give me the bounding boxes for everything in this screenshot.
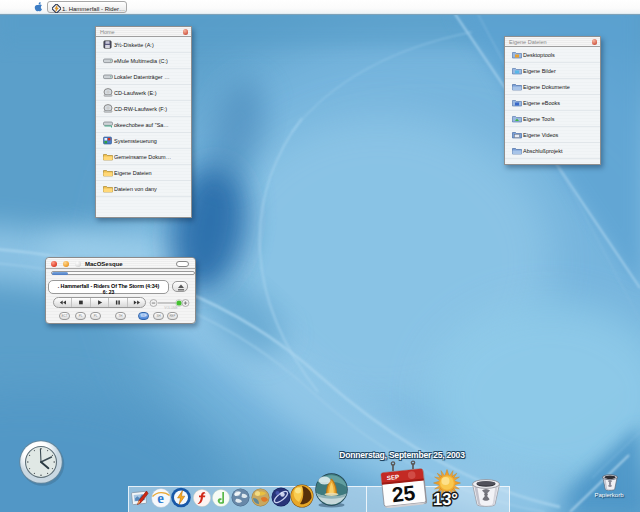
svg-text:VOLUME: VOLUME xyxy=(164,306,177,310)
svg-text:13°: 13° xyxy=(433,490,458,508)
svg-text:SEP: SEP xyxy=(386,473,399,481)
svg-text:25: 25 xyxy=(391,481,417,506)
